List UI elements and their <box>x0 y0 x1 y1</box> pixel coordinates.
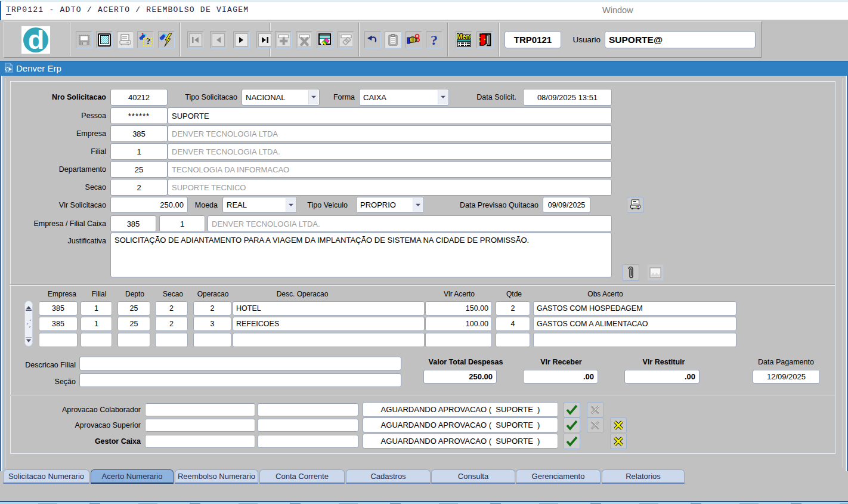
svg-text:Menu: Menu <box>457 33 471 40</box>
svg-text:d: d <box>28 27 45 53</box>
svg-text:?: ? <box>146 36 151 46</box>
